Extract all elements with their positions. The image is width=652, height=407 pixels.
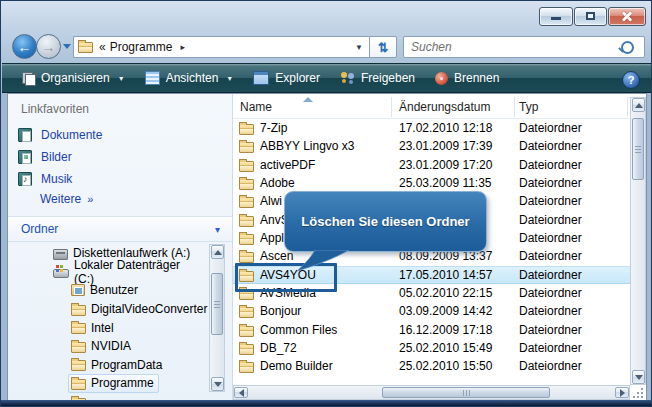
tree-item-label: NVIDIA xyxy=(91,339,131,353)
refresh-button[interactable]: ⇄ xyxy=(369,36,397,58)
table-row[interactable]: Common Files 16.12.2009 17:18 Dateiordne… xyxy=(233,321,630,339)
breadcrumb-segment[interactable]: Programme xyxy=(110,40,173,54)
table-row[interactable]: Adobe 25.03.2009 11:35 Dateiordner xyxy=(233,174,630,192)
tree-item[interactable] xyxy=(8,393,208,400)
forward-button[interactable]: → xyxy=(36,34,61,59)
toolbar-button-views[interactable]: Ansichten ▼ xyxy=(135,66,244,90)
sidebar-item-music[interactable]: Musik xyxy=(8,168,232,190)
toolbar-button-share[interactable]: Freigeben xyxy=(330,66,425,90)
arrow-up-icon xyxy=(214,250,222,255)
back-button[interactable]: ← xyxy=(12,34,37,59)
toolbar-button-burn[interactable]: Brennen xyxy=(425,66,509,90)
tree-item-label: Benutzer xyxy=(90,283,138,297)
more-favorites-link[interactable]: Weitere » xyxy=(40,192,93,206)
command-toolbar: Organisieren ▼ Ansichten ▼ Explorer Frei… xyxy=(2,63,652,93)
sidebar-item-pictures[interactable]: Bilder xyxy=(8,146,232,168)
toolbar-button-explorer[interactable]: Explorer xyxy=(243,66,330,90)
tree-item-box: NVIDIA xyxy=(68,337,136,356)
horizontal-scrollbar[interactable] xyxy=(233,385,630,400)
table-row[interactable]: DB_72 25.02.2010 15:49 Dateiordner xyxy=(233,339,630,357)
tree-item[interactable]: Intel xyxy=(8,318,208,337)
address-toolbar: ← → « Programme ▸ ▼ ⇄ xyxy=(1,31,652,63)
sidebar-item-documents[interactable]: Dokumente xyxy=(8,124,232,146)
toolbar-button-organize[interactable]: Organisieren ▼ xyxy=(12,66,135,90)
scroll-left-button[interactable] xyxy=(234,387,248,398)
callout-text: Löschen Sie diesen Ordner xyxy=(301,214,469,229)
tree-item-label: DigitalVideoConverter xyxy=(91,302,208,316)
views-icon xyxy=(145,71,160,85)
help-button[interactable]: ? xyxy=(622,71,640,89)
vertical-scrollbar-thumb[interactable] xyxy=(632,118,644,180)
floppy-icon xyxy=(53,249,68,260)
minimize-button[interactable] xyxy=(539,7,573,26)
file-type: Dateiordner xyxy=(519,194,582,208)
scroll-right-button[interactable] xyxy=(615,387,629,398)
column-header-date[interactable]: Änderungsdatum xyxy=(399,100,490,114)
recent-pages-dropdown-icon[interactable] xyxy=(63,44,71,49)
tree-item[interactable]: ProgramData xyxy=(8,356,208,375)
scroll-down-button[interactable] xyxy=(632,370,645,384)
column-divider[interactable] xyxy=(391,97,392,117)
tree-scroll-down-button[interactable] xyxy=(211,377,224,391)
column-header-type[interactable]: Typ xyxy=(519,100,538,114)
resize-grip[interactable] xyxy=(631,387,645,400)
help-icon: ? xyxy=(628,74,635,86)
scroll-up-button[interactable] xyxy=(632,98,645,112)
callout-tooltip: Löschen Sie diesen Ordner xyxy=(284,191,487,252)
tree-scrollbar-thumb[interactable] xyxy=(211,273,223,335)
tree-item-label: Intel xyxy=(91,321,114,335)
breadcrumb-arrow-icon[interactable]: ▸ xyxy=(180,42,185,52)
file-type: Dateiordner xyxy=(519,176,582,190)
folder-tree-items: Diskettenlaufwerk (A:) Lokaler Datenträg… xyxy=(8,244,208,400)
file-name: Adobe xyxy=(260,176,295,190)
folder-icon xyxy=(239,252,254,263)
close-button[interactable] xyxy=(608,7,646,26)
navigation-pane: Linkfavoriten Dokumente Bilder Musik Wei… xyxy=(8,94,233,400)
tree-item[interactable]: DigitalVideoConverter xyxy=(8,300,208,319)
search-input[interactable] xyxy=(404,40,621,54)
tree-scrollbar[interactable] xyxy=(209,244,225,392)
table-row[interactable]: ABBYY Lingvo x3 23.01.2009 17:39 Dateior… xyxy=(233,137,630,155)
column-divider[interactable] xyxy=(514,97,515,117)
folder-icon xyxy=(78,42,93,53)
tree-item-box: Benutzer xyxy=(68,281,143,300)
maximize-button[interactable] xyxy=(574,7,607,26)
table-row[interactable]: Bonjour 03.09.2009 14:42 Dateiordner xyxy=(233,302,630,320)
file-type: Dateiordner xyxy=(519,286,582,300)
favorite-label: Dokumente xyxy=(41,128,102,142)
sort-ascending-icon[interactable] xyxy=(303,97,313,102)
column-header-name[interactable]: Name xyxy=(240,100,272,114)
address-bar[interactable]: « Programme ▸ ▼ xyxy=(73,36,369,58)
file-date: 03.09.2009 14:42 xyxy=(399,304,492,318)
file-date: 16.12.2009 17:18 xyxy=(399,323,492,337)
vertical-scrollbar[interactable] xyxy=(630,97,646,385)
tree-item[interactable]: Lokaler Datenträger (C:) xyxy=(8,263,208,282)
dropdown-caret-icon[interactable]: ▼ xyxy=(226,75,233,82)
folders-header[interactable]: Ordner ▾ xyxy=(8,216,232,242)
folder-icon xyxy=(239,142,254,153)
table-row[interactable]: Demo Builder 25.02.2010 15:50 Dateiordne… xyxy=(233,357,630,375)
explorer-icon xyxy=(253,71,269,85)
table-row[interactable]: activePDF 23.01.2009 17:20 Dateiordner xyxy=(233,156,630,174)
folder-icon xyxy=(71,379,86,390)
table-row[interactable]: 7-Zip 17.02.2010 12:18 Dateiordner xyxy=(233,119,630,137)
tree-scroll-up-button[interactable] xyxy=(211,245,224,259)
column-divider[interactable] xyxy=(627,97,628,117)
arrow-right-icon xyxy=(620,389,625,397)
dropdown-caret-icon[interactable]: ▼ xyxy=(118,75,125,82)
file-date: 17.05.2010 14:57 xyxy=(399,268,492,282)
tree-item[interactable]: NVIDIA xyxy=(8,337,208,356)
folder-icon xyxy=(71,398,86,400)
folder-icon xyxy=(239,216,254,227)
file-type: Dateiordner xyxy=(519,341,582,355)
favorites-header: Linkfavoriten xyxy=(21,102,89,116)
minimize-icon xyxy=(551,17,561,20)
search-icon[interactable] xyxy=(621,41,634,54)
arrow-down-icon xyxy=(635,375,643,380)
horizontal-scrollbar-thumb[interactable] xyxy=(382,387,550,398)
tree-item[interactable]: Programme xyxy=(8,374,208,393)
file-name: DB_72 xyxy=(260,341,297,355)
breadcrumb-overflow[interactable]: « xyxy=(99,40,106,54)
users-folder-icon xyxy=(71,284,85,296)
address-dropdown-icon[interactable]: ▼ xyxy=(355,43,363,52)
